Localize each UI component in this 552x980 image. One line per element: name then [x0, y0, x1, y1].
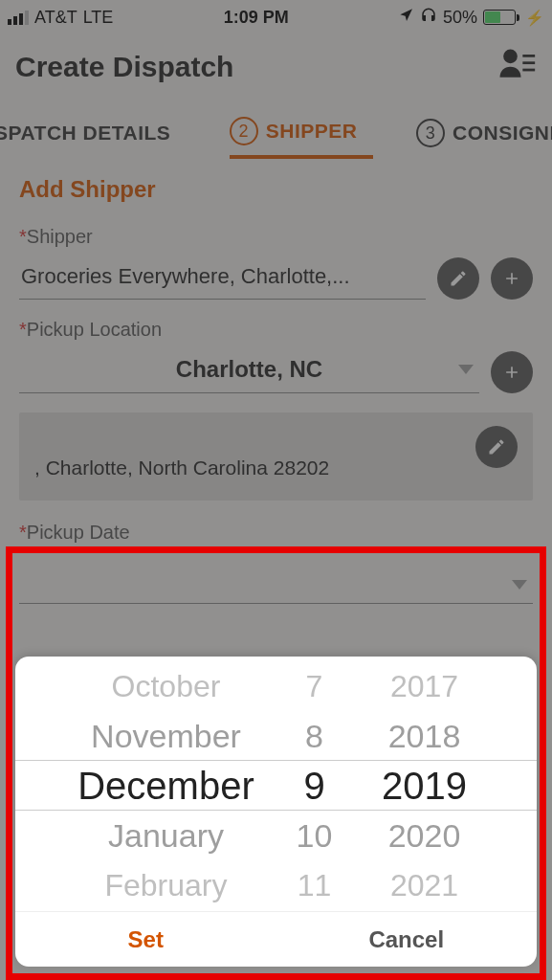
wheel-item[interactable]: 11	[284, 860, 345, 910]
wheel-item[interactable]: 10	[284, 811, 345, 860]
wheel-item[interactable]: 2020	[372, 811, 477, 860]
wheel-item[interactable]: January	[76, 811, 257, 860]
wheel-item[interactable]: 2018	[372, 711, 477, 761]
wheel-item[interactable]: February	[76, 860, 257, 910]
cancel-button[interactable]: Cancel	[276, 912, 538, 967]
wheel-item[interactable]: 2021	[372, 860, 477, 910]
wheel-item[interactable]: 7	[284, 661, 345, 711]
wheel-item[interactable]: 2017	[372, 661, 477, 711]
month-wheel[interactable]: October November December January Februa…	[62, 660, 271, 911]
set-button[interactable]: Set	[15, 912, 276, 967]
wheel-item-selected[interactable]: 2019	[372, 761, 477, 811]
date-picker-sheet: October November December January Februa…	[15, 657, 537, 967]
wheel-item-selected[interactable]: December	[76, 761, 257, 811]
day-wheel[interactable]: 7 8 9 10 11	[271, 660, 359, 911]
year-wheel[interactable]: 2017 2018 2019 2020 2021	[359, 660, 491, 911]
wheel-item[interactable]: November	[76, 711, 257, 761]
wheel-item[interactable]: October	[76, 661, 257, 711]
wheel-item-selected[interactable]: 9	[284, 761, 345, 811]
wheel-item[interactable]: 8	[284, 711, 345, 761]
